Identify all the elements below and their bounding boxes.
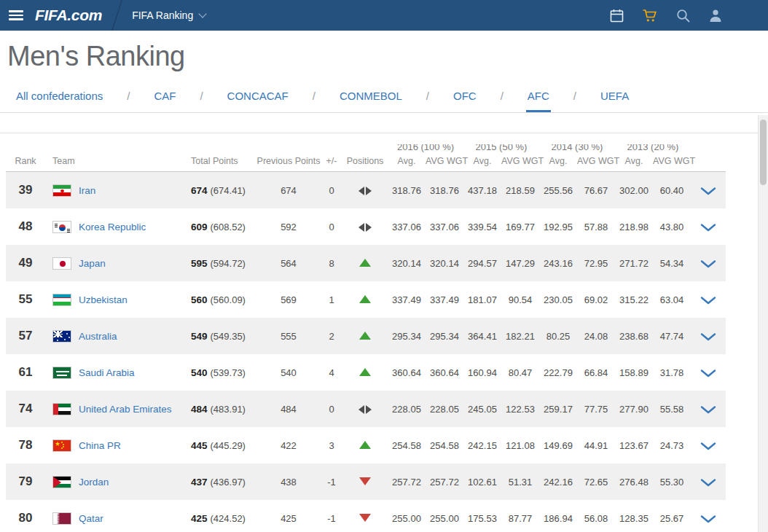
column-header: Avg. bbox=[539, 156, 577, 172]
trend-cell bbox=[342, 208, 388, 245]
team-link[interactable]: Iran bbox=[79, 185, 95, 196]
year-group-header: 2016 (100 %)2015 (50 %)2014 (30 %)2013 (… bbox=[6, 144, 726, 154]
tab-concacaf[interactable]: CONCACAF bbox=[226, 90, 290, 112]
value-cell: 218.59 bbox=[501, 172, 539, 209]
team-cell: Saudi Arabia bbox=[45, 354, 187, 391]
team-link[interactable]: United Arab Emirates bbox=[79, 404, 172, 415]
value-cell: 255.00 bbox=[426, 500, 463, 532]
tab-ofc[interactable]: OFC bbox=[452, 90, 478, 112]
position-change-cell: 4 bbox=[321, 354, 342, 391]
position-change-cell: -1 bbox=[321, 500, 342, 532]
rank-cell: 55 bbox=[6, 281, 45, 318]
fifa-logo[interactable]: FIFA.com bbox=[35, 7, 102, 24]
tab-caf[interactable]: CAF bbox=[152, 90, 177, 112]
expand-row-button[interactable] bbox=[691, 318, 726, 354]
calendar-icon[interactable] bbox=[609, 8, 624, 23]
team-link[interactable]: Japan bbox=[79, 258, 106, 269]
position-change-cell: 2 bbox=[321, 318, 342, 354]
table-row: 39Iran674(674.41)6740318.76318.76437.182… bbox=[6, 172, 726, 209]
chevron-down-icon bbox=[700, 333, 716, 341]
team-link[interactable]: Uzbekistan bbox=[79, 294, 128, 305]
value-cell: 87.77 bbox=[501, 500, 539, 532]
profile-icon[interactable] bbox=[708, 8, 723, 23]
team-link[interactable]: China PR bbox=[79, 440, 121, 451]
position-change-cell: 0 bbox=[321, 391, 342, 427]
team-cell: Jordan bbox=[45, 463, 187, 500]
team-link[interactable]: Jordan bbox=[79, 477, 109, 488]
cart-icon[interactable] bbox=[642, 8, 658, 23]
search-icon[interactable] bbox=[675, 8, 691, 23]
flag-japan-icon bbox=[52, 257, 71, 270]
page-title: Men's Ranking bbox=[7, 41, 768, 72]
trend-cell bbox=[342, 391, 388, 427]
team-link[interactable]: Saudi Arabia bbox=[79, 367, 135, 378]
previous-points-cell: 564 bbox=[256, 245, 321, 281]
chevron-down-icon bbox=[700, 479, 716, 487]
chevron-down-icon bbox=[700, 297, 716, 305]
fifa-ranking-menu[interactable]: FIFA Ranking bbox=[132, 9, 205, 21]
chevron-down-icon bbox=[700, 187, 716, 195]
value-cell: 182.21 bbox=[501, 318, 539, 354]
team-cell: Iran bbox=[45, 172, 187, 209]
previous-points-cell: 484 bbox=[256, 391, 321, 427]
previous-points-cell: 555 bbox=[256, 318, 321, 354]
team-cell: Qatar bbox=[45, 500, 187, 532]
section-divider bbox=[0, 133, 758, 133]
flag-saudi-arabia-icon bbox=[52, 367, 71, 379]
value-cell: 175.53 bbox=[463, 500, 501, 532]
previous-points-cell: 425 bbox=[256, 500, 321, 532]
column-header: +/- bbox=[321, 156, 342, 172]
chevron-down-icon bbox=[700, 224, 716, 232]
value-cell: 254.58 bbox=[426, 427, 463, 463]
value-cell: 243.16 bbox=[539, 245, 577, 281]
expand-row-button[interactable] bbox=[691, 281, 726, 318]
menu-icon[interactable] bbox=[9, 8, 25, 23]
value-cell: 60.40 bbox=[653, 172, 691, 209]
flag-uzbekistan-icon bbox=[52, 294, 71, 306]
team-cell: United Arab Emirates bbox=[45, 391, 187, 427]
year-group-label: 2013 (20 %) bbox=[615, 144, 691, 154]
expand-row-button[interactable] bbox=[691, 427, 726, 463]
value-cell: 318.76 bbox=[388, 172, 426, 209]
value-cell: 277.90 bbox=[615, 391, 653, 427]
value-cell: 276.48 bbox=[615, 463, 653, 500]
expand-row-button[interactable] bbox=[691, 354, 726, 391]
value-cell: 80.25 bbox=[539, 318, 577, 354]
expand-row-button[interactable] bbox=[691, 391, 726, 427]
ranking-table: 2016 (100 %)2015 (50 %)2014 (30 %)2013 (… bbox=[6, 144, 726, 532]
team-link[interactable]: Australia bbox=[79, 331, 117, 342]
expand-row-button[interactable] bbox=[691, 172, 726, 209]
chevron-down-icon bbox=[700, 515, 716, 523]
expand-row-button[interactable] bbox=[691, 463, 726, 500]
vertical-scrollbar[interactable] bbox=[758, 115, 768, 532]
position-change-cell: 0 bbox=[321, 172, 342, 209]
expand-row-button[interactable] bbox=[691, 500, 726, 532]
value-cell: 80.47 bbox=[501, 354, 539, 391]
table-row: 78China PR445(445.29)4223254.58254.58242… bbox=[6, 427, 726, 463]
tab-uefa[interactable]: UEFA bbox=[599, 90, 630, 112]
value-cell: 90.54 bbox=[501, 281, 539, 318]
team-cell: Australia bbox=[45, 318, 187, 354]
scrollbar-thumb[interactable] bbox=[760, 120, 767, 185]
value-cell: 147.29 bbox=[501, 245, 539, 281]
value-cell: 364.41 bbox=[463, 318, 501, 354]
tab-afc[interactable]: AFC bbox=[526, 90, 551, 112]
previous-points-cell: 569 bbox=[256, 281, 321, 318]
value-cell: 69.02 bbox=[577, 281, 615, 318]
expand-row-button[interactable] bbox=[691, 208, 726, 245]
value-cell: 169.77 bbox=[501, 208, 539, 245]
tab-separator: / bbox=[127, 90, 130, 102]
flag-china-pr-icon bbox=[52, 439, 71, 452]
table-row: 57Australia549(549.35)5552295.34295.3436… bbox=[6, 318, 726, 354]
tab-all-confederations[interactable]: All confederations bbox=[15, 90, 104, 112]
team-link[interactable]: Qatar bbox=[79, 513, 103, 524]
tab-conmebol[interactable]: CONMEBOL bbox=[338, 90, 404, 112]
expand-row-button[interactable] bbox=[691, 245, 726, 281]
total-points-cell: 484(483.91) bbox=[187, 391, 256, 427]
tab-separator: / bbox=[573, 90, 576, 102]
total-points-cell: 549(549.35) bbox=[187, 318, 256, 354]
value-cell: 31.78 bbox=[653, 354, 691, 391]
flag-united-arab-emirates-icon bbox=[52, 403, 71, 415]
value-cell: 77.75 bbox=[577, 391, 615, 427]
team-link[interactable]: Korea Republic bbox=[79, 222, 146, 232]
